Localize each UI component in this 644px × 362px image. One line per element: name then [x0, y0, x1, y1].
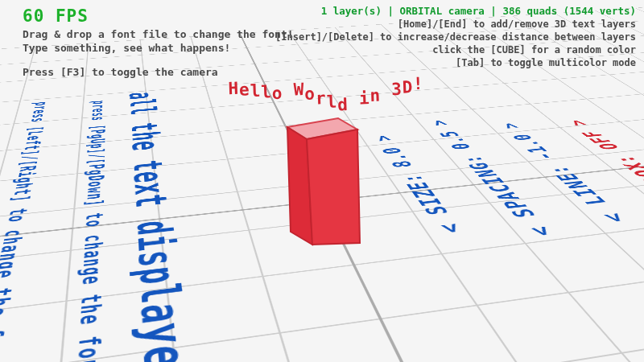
- hint-layer-distance: [Insert]/[Delete] to increase/decrease d…: [275, 31, 636, 43]
- help-right-block: 1 layer(s) | ORBITAL camera | 386 quads …: [275, 5, 636, 69]
- status-bar: 1 layer(s) | ORBITAL camera | 386 quads …: [275, 5, 636, 18]
- hint-multicolor: [Tab] to toggle multicolor mode: [275, 56, 636, 69]
- cube-front-face[interactable]: [307, 130, 360, 245]
- help-left-block: Drag & drop a font file to change the fo…: [23, 27, 294, 79]
- ground-help-line-font-size: press [PgUp]/[PgDown] to change the font…: [64, 100, 108, 362]
- hint-camera-toggle: Press [F3] to toggle the camera: [23, 65, 294, 79]
- app-window: press [F1] to toggle the text boundry pr…: [0, 0, 644, 362]
- hint-cube-color: click the [CUBE] for a random color: [275, 43, 636, 56]
- hint-drag-drop: Drag & drop a font file to change the fo…: [23, 27, 294, 41]
- fps-counter: 60 FPS: [23, 6, 89, 26]
- hint-type: Type something, see what happens!: [23, 41, 294, 55]
- hint-layers: [Home]/[End] to add/remove 3D text layer…: [275, 18, 636, 31]
